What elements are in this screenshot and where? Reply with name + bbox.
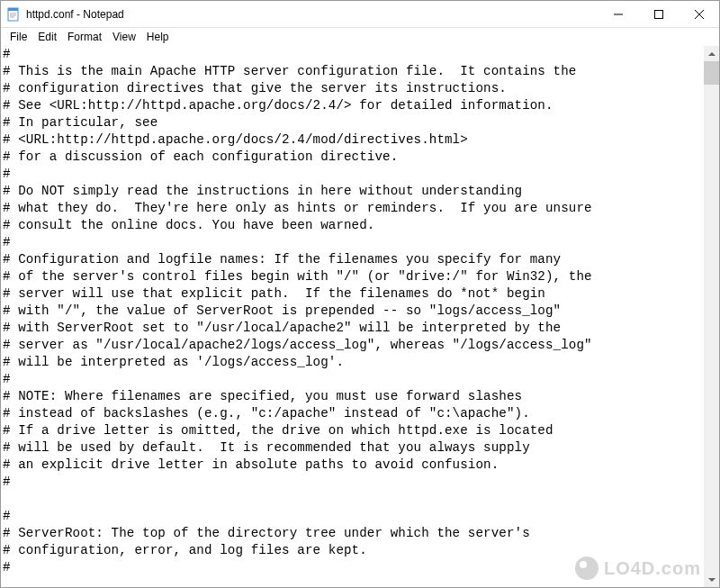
editor-text[interactable]: # # This is the main Apache HTTP server …: [1, 46, 704, 587]
menu-file[interactable]: File: [4, 30, 32, 44]
scroll-down-icon[interactable]: [704, 572, 719, 587]
scroll-thumb[interactable]: [704, 61, 719, 85]
close-button[interactable]: [679, 1, 719, 27]
scroll-track[interactable]: [704, 61, 719, 572]
window-title: httpd.conf - Notepad: [26, 8, 598, 21]
menu-edit[interactable]: Edit: [32, 30, 62, 44]
menu-format[interactable]: Format: [62, 30, 107, 44]
scroll-up-icon[interactable]: [704, 46, 719, 61]
content-area: # # This is the main Apache HTTP server …: [1, 46, 719, 587]
vertical-scrollbar[interactable]: [704, 46, 719, 587]
maximize-button[interactable]: [638, 1, 679, 27]
titlebar[interactable]: httpd.conf - Notepad: [1, 1, 719, 28]
notepad-icon: [6, 7, 21, 22]
svg-marker-9: [708, 52, 716, 56]
minimize-button[interactable]: [598, 1, 638, 27]
window-controls: [598, 1, 719, 27]
svg-rect-1: [8, 8, 18, 11]
menu-help[interactable]: Help: [141, 30, 175, 44]
svg-rect-6: [654, 10, 662, 18]
menubar: File Edit Format View Help: [1, 28, 719, 46]
menu-view[interactable]: View: [107, 30, 141, 44]
svg-marker-10: [708, 578, 716, 582]
